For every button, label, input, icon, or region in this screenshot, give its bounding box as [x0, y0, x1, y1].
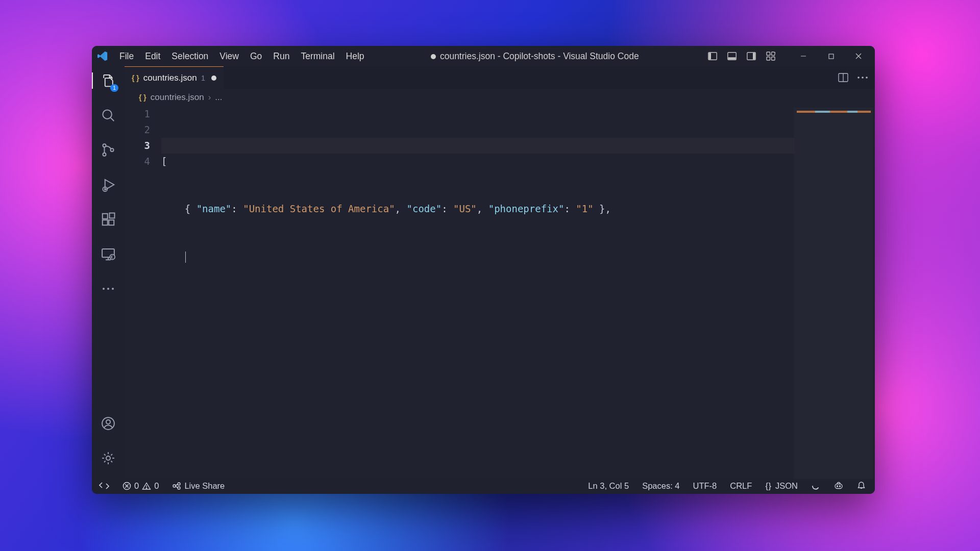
svg-point-30 [107, 288, 109, 290]
activity-account[interactable] [92, 413, 125, 434]
line-numbers: 1 2 3 4 [125, 106, 161, 478]
code-token: { [185, 203, 197, 214]
line-number: 1 [125, 106, 150, 122]
code-key: "phoneprefix" [488, 203, 565, 214]
status-eol[interactable]: CRLF [728, 480, 754, 492]
code-token: [ [161, 156, 167, 167]
code-token: : [442, 203, 453, 214]
menu-terminal[interactable]: Terminal [296, 49, 339, 64]
layout-customize-icon[interactable] [764, 49, 778, 63]
editor[interactable]: 1 2 3 4 [ { "name": "United States of Am… [125, 106, 875, 478]
svg-rect-23 [109, 220, 114, 225]
code-token: , [477, 203, 488, 214]
svg-point-51 [837, 486, 838, 487]
svg-point-18 [111, 148, 114, 152]
dirty-dot-icon [431, 54, 436, 59]
svg-rect-24 [110, 213, 115, 218]
status-indent[interactable]: Spaces: 4 [640, 480, 681, 492]
activity-debug[interactable] [92, 174, 125, 195]
layout-right-icon[interactable] [744, 49, 758, 63]
window-maximize-button[interactable] [820, 47, 842, 65]
vscode-window: File Edit Selection View Go Run Terminal… [92, 46, 875, 494]
svg-point-52 [840, 486, 841, 487]
svg-point-17 [103, 153, 106, 156]
tab-countries-json[interactable]: { } countries.json 1 [125, 66, 224, 89]
status-copilot-spinner[interactable] [809, 480, 822, 491]
svg-line-15 [111, 118, 114, 121]
window-minimize-button[interactable] [792, 47, 815, 65]
svg-rect-9 [771, 52, 775, 56]
code-string: "1" [576, 203, 593, 214]
svg-point-33 [106, 420, 110, 424]
status-language[interactable]: { }JSON [763, 480, 800, 492]
svg-point-45 [173, 485, 176, 487]
window-title-text: countries.json - Copilot-shots - Visual … [440, 51, 639, 61]
status-remote[interactable] [97, 481, 111, 491]
explorer-badge: 1 [110, 84, 118, 92]
menu-file[interactable]: File [114, 49, 139, 64]
breadcrumb-more: ... [215, 92, 222, 103]
svg-point-31 [112, 288, 114, 290]
json-file-icon: { } [139, 93, 146, 102]
status-errors-count: 0 [134, 481, 139, 491]
menu-selection[interactable]: Selection [166, 49, 213, 64]
line-number-current: 3 [125, 138, 150, 154]
activity-more[interactable] [92, 279, 125, 299]
code-token: }, [594, 203, 611, 214]
window-title: countries.json - Copilot-shots - Visual … [370, 51, 700, 62]
svg-rect-1 [709, 53, 712, 60]
activity-bar: 1 [92, 66, 125, 478]
status-liveshare-label: Live Share [184, 481, 225, 491]
current-line-highlight [161, 138, 794, 154]
activity-remote[interactable] [92, 244, 125, 264]
status-problems[interactable]: 0 0 [120, 480, 161, 492]
svg-rect-8 [772, 57, 775, 61]
window-close-button[interactable] [847, 47, 870, 65]
status-cursor-position[interactable]: Ln 3, Col 5 [586, 480, 631, 492]
braces-icon: { } [765, 481, 770, 491]
svg-rect-11 [829, 54, 834, 59]
status-warnings-count: 0 [154, 481, 159, 491]
editor-group: { } countries.json 1 { } countries.json … [125, 66, 875, 478]
code-indent [161, 203, 185, 214]
code-string: "United States of America" [243, 203, 395, 214]
svg-rect-5 [753, 53, 755, 60]
code-string: "US" [453, 203, 477, 214]
activity-explorer[interactable]: 1 [92, 70, 125, 91]
status-copilot-icon[interactable] [831, 480, 846, 491]
layout-left-icon[interactable] [705, 49, 720, 63]
minimap-content [797, 111, 871, 113]
menu-help[interactable]: Help [341, 49, 370, 64]
layout-bottom-icon[interactable] [725, 49, 739, 63]
svg-point-47 [178, 487, 180, 489]
code-key: "name" [197, 203, 232, 214]
editor-more-icon[interactable] [855, 71, 870, 84]
code-area[interactable]: [ { "name": "United States of America", … [161, 106, 875, 478]
code-token: : [564, 203, 576, 214]
activity-extensions[interactable] [92, 209, 125, 230]
menu-edit[interactable]: Edit [140, 49, 165, 64]
code-token: , [395, 203, 407, 214]
status-liveshare[interactable]: Live Share [170, 480, 227, 492]
line-number: 2 [125, 122, 150, 138]
activity-settings[interactable] [92, 448, 125, 468]
menu-go[interactable]: Go [245, 49, 267, 64]
menu-view[interactable]: View [214, 49, 244, 64]
menu-run[interactable]: Run [268, 49, 295, 64]
svg-rect-21 [103, 214, 108, 219]
minimap[interactable] [794, 108, 873, 479]
tab-bar: { } countries.json 1 [125, 66, 875, 89]
svg-rect-50 [835, 484, 842, 489]
svg-line-49 [176, 486, 178, 487]
svg-rect-7 [767, 57, 770, 61]
svg-rect-6 [767, 52, 770, 56]
text-cursor [185, 252, 186, 263]
status-encoding[interactable]: UTF-8 [691, 480, 719, 492]
breadcrumbs[interactable]: { } countries.json › ... [125, 89, 875, 106]
svg-point-38 [862, 77, 864, 79]
json-file-icon: { } [132, 74, 139, 82]
activity-search[interactable] [92, 105, 125, 126]
split-editor-icon[interactable] [836, 71, 850, 84]
activity-source-control[interactable] [92, 140, 125, 160]
status-notifications-icon[interactable] [855, 480, 868, 491]
